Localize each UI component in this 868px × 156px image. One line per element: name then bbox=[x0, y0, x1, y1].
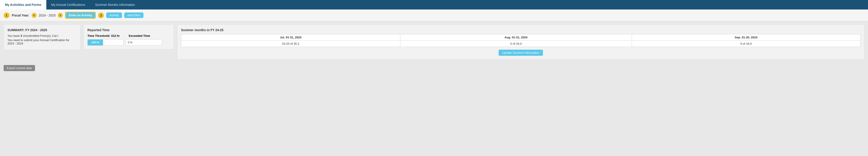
exceeded-value: 0 hr bbox=[126, 39, 162, 45]
tab-summer-months[interactable]: Summer Months Information bbox=[90, 0, 140, 9]
tab-annual-certifications[interactable]: My Annual Certifications bbox=[46, 0, 90, 9]
time-bar-container: 134 hr bbox=[87, 39, 124, 45]
summary-line1: You have 3 Unsubmitted Form(s): Cat I bbox=[7, 34, 76, 37]
fiscal-year-next-button[interactable]: > bbox=[58, 13, 63, 18]
summer-title: Summer months in FY 24-25 bbox=[181, 28, 861, 32]
summer-val-sep: 0 of 16.0 bbox=[632, 41, 860, 47]
navigation-tabs: My Activities and Forms My Annual Certif… bbox=[0, 0, 868, 9]
exceeded-time-label: Exceeded Time bbox=[129, 34, 150, 37]
update-summer-button[interactable]: Update Summer Information bbox=[499, 50, 543, 56]
time-bar-fill: 134 hr bbox=[88, 39, 103, 45]
summary-unsubmitted-count: 3 bbox=[20, 34, 22, 37]
summary-line2: You need to submit your Annual Certifica… bbox=[7, 38, 76, 45]
activity-button[interactable]: Activity bbox=[106, 12, 122, 18]
reported-time-card: Reported Time Time Threshold: 312 hr Exc… bbox=[84, 24, 174, 50]
export-button[interactable]: Export current data bbox=[4, 65, 35, 71]
summer-table: Jul. 01-31, 2024 Aug. 01-31, 2024 Sep. 0… bbox=[181, 34, 861, 47]
tab-my-activities[interactable]: My Activities and Forms bbox=[0, 0, 46, 9]
time-threshold-label: Time Threshold: 312 hr bbox=[87, 34, 120, 37]
summer-val-aug: 0 of 16.0 bbox=[400, 41, 632, 47]
toolbar: 1 Fiscal Year: < 2024 - 2025 > Enter an … bbox=[0, 9, 868, 21]
fiscal-year-value: 2024 - 2025 bbox=[39, 13, 56, 17]
reported-time-title: Reported Time bbox=[87, 28, 170, 32]
summer-col-aug: Aug. 01-31, 2024 bbox=[400, 34, 632, 41]
summary-title: SUMMARY: FY 2024 - 2025 bbox=[7, 28, 76, 32]
step1-badge: 1 bbox=[4, 12, 9, 18]
enter-activity-button[interactable]: Enter an Activity bbox=[65, 12, 96, 19]
fiscal-year-label: Fiscal Year: bbox=[12, 13, 29, 17]
summary-line1-prefix: You have bbox=[7, 34, 20, 37]
summer-val-jul: 53.25 of 35.2 bbox=[181, 41, 400, 47]
time-bar-row: 134 hr 0 hr bbox=[87, 39, 170, 45]
main-content: SUMMARY: FY 2024 - 2025 You have 3 Unsub… bbox=[0, 21, 868, 63]
fiscal-year-prev-button[interactable]: < bbox=[32, 13, 37, 18]
summary-line1-suffix: Unsubmitted Form(s): Cat I bbox=[22, 34, 58, 37]
summer-card: Summer months in FY 24-25 Jul. 01-31, 20… bbox=[177, 24, 864, 60]
summer-col-jul: Jul. 01-31, 2024 bbox=[181, 34, 400, 41]
summer-col-sep: Sep. 01-20, 2024 bbox=[632, 34, 860, 41]
summary-card: SUMMARY: FY 2024 - 2025 You have 3 Unsub… bbox=[4, 24, 81, 50]
footer-row: Export current data bbox=[0, 63, 868, 73]
time-header-row: Time Threshold: 312 hr Exceeded Time bbox=[87, 34, 170, 37]
step2-badge: 2 bbox=[98, 12, 104, 18]
add-effort-button[interactable]: Add Effort bbox=[124, 12, 144, 18]
